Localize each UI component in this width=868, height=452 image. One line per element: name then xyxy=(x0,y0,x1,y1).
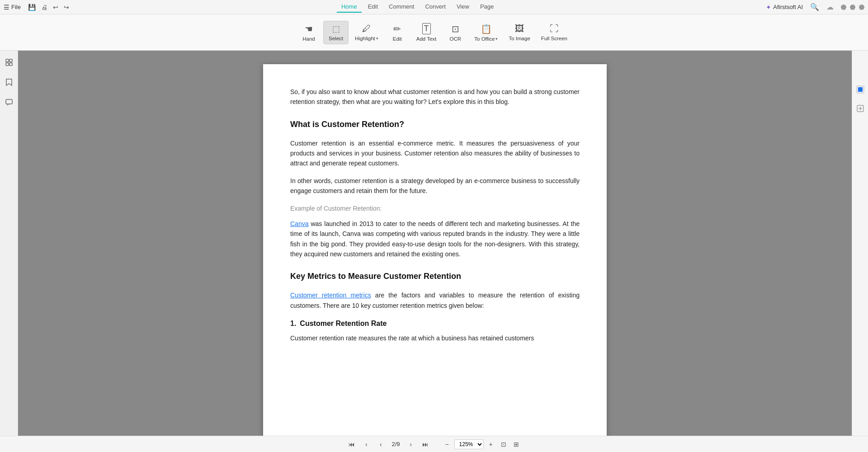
tab-edit[interactable]: Edit xyxy=(363,1,382,13)
tab-convert[interactable]: Convert xyxy=(420,1,450,13)
numbered-item-1-label: 1. xyxy=(290,318,296,330)
ocr-tool-button[interactable]: ⊡ OCR xyxy=(443,21,468,44)
search-icon[interactable]: 🔍 xyxy=(810,3,819,11)
first-page-button[interactable]: ⏮ xyxy=(346,439,357,450)
select-tool-button[interactable]: ⬚ Select xyxy=(323,21,349,44)
ocr-icon: ⊡ xyxy=(452,24,459,34)
ai-star-icon: ✦ xyxy=(766,4,771,11)
tab-home[interactable]: Home xyxy=(337,1,362,13)
right-panel-icon[interactable] xyxy=(854,103,866,116)
svg-rect-0 xyxy=(6,59,9,62)
titlebar-icons: 💾 🖨 ↩ ↪ xyxy=(28,4,69,11)
undo-icon[interactable]: ↩ xyxy=(53,4,58,11)
ai-brand-label: Afirstsoft AI xyxy=(773,4,803,10)
to-office-icon: 📋 xyxy=(481,24,492,34)
zoom-out-button[interactable]: − xyxy=(442,439,453,450)
add-text-icon: T xyxy=(422,23,431,34)
menu-button[interactable]: ☰ File xyxy=(4,4,21,11)
pdf-page: So, if you also want to know about what … xyxy=(263,64,607,436)
tab-page[interactable]: Page xyxy=(476,1,498,13)
to-office-dropdown-arrow: ▾ xyxy=(495,37,498,41)
content-area[interactable]: So, if you also want to know about what … xyxy=(18,51,852,436)
print-icon[interactable]: 🖨 xyxy=(41,4,47,11)
right-sidebar xyxy=(852,51,868,436)
canva-example-text: was launched in 2013 to cater to the nee… xyxy=(290,220,580,258)
add-text-label: Add Text xyxy=(416,36,437,42)
bookmark-panel-icon[interactable] xyxy=(3,76,15,89)
nav-tabs: Home Edit Comment Convert View Page xyxy=(337,1,498,13)
page-indicator: 2/9 xyxy=(392,441,400,447)
ai-brand: ✦ Afirstsoft AI xyxy=(766,4,803,11)
intro-paragraph: So, if you also want to know about what … xyxy=(290,87,580,107)
zoom-in-button[interactable]: + xyxy=(486,439,496,450)
section2-heading: Key Metrics to Measure Customer Retentio… xyxy=(290,270,580,283)
svg-rect-6 xyxy=(858,87,863,92)
edit-label: Edit xyxy=(393,36,402,42)
fit-width-button[interactable]: ⊞ xyxy=(511,439,522,450)
section3-paragraph: Customer retention rate measures the rat… xyxy=(290,333,580,343)
to-office-label: To Office xyxy=(474,36,495,42)
tab-comment[interactable]: Comment xyxy=(384,1,419,13)
edit-icon: ✏ xyxy=(393,24,401,34)
canva-link[interactable]: Canva xyxy=(290,220,308,227)
ocr-label: OCR xyxy=(450,36,462,42)
main-layout: So, if you also want to know about what … xyxy=(0,51,868,436)
cloud-icon[interactable]: ☁ xyxy=(826,3,834,11)
left-sidebar xyxy=(0,51,18,436)
right-sidebar-icon-top xyxy=(854,83,867,97)
zoom-control: − 50% 75% 100% 125% 150% 200% + ⊡ ⊞ xyxy=(442,439,522,450)
svg-rect-1 xyxy=(9,59,12,62)
numbered-item-1: 1. Customer Retention Rate xyxy=(290,318,580,330)
back-button[interactable]: ‹ xyxy=(375,439,386,450)
redo-icon[interactable]: ↪ xyxy=(64,4,69,11)
numbered-item-1-heading: Customer Retention Rate xyxy=(300,318,387,330)
prev-page-button[interactable]: ‹ xyxy=(361,439,372,450)
full-screen-tool-button[interactable]: ⛶ Full Screen xyxy=(537,21,572,44)
section2-paragraph: Customer retention metrics are the facto… xyxy=(290,290,580,311)
hand-icon: ☚ xyxy=(305,24,313,34)
highlight-icon: 🖊 xyxy=(362,24,371,34)
thumbnail-panel-icon[interactable] xyxy=(3,56,15,69)
maximize-btn[interactable] xyxy=(850,5,855,10)
to-image-tool-button[interactable]: 🖼 To Image xyxy=(504,21,534,44)
full-screen-icon: ⛶ xyxy=(550,24,559,34)
edit-tool-button[interactable]: ✏ Edit xyxy=(385,21,410,44)
window-controls xyxy=(841,5,864,10)
forward-button[interactable]: › xyxy=(406,439,416,450)
svg-rect-2 xyxy=(6,63,9,66)
canva-example-paragraph: Canva was launched in 2013 to cater to t… xyxy=(290,219,580,259)
section1-para2: In other words, customer retention is a … xyxy=(290,176,580,196)
app-file-label: File xyxy=(11,4,21,10)
crm-link[interactable]: Customer retention metrics xyxy=(290,292,371,299)
section1-heading: What is Customer Retention? xyxy=(290,118,580,131)
highlight-dropdown-arrow: ▾ xyxy=(376,36,378,41)
svg-rect-3 xyxy=(9,63,12,66)
to-office-tool-button[interactable]: 📋 To Office ▾ xyxy=(470,21,502,44)
toolbar: ☚ Hand ⬚ Select 🖊 Highlight ▾ ✏ Edit T A… xyxy=(0,14,868,51)
highlight-tool-button[interactable]: 🖊 Highlight ▾ xyxy=(350,21,383,44)
titlebar: ☰ File 💾 🖨 ↩ ↪ Home Edit Comment Convert… xyxy=(0,0,868,14)
zoom-select[interactable]: 50% 75% 100% 125% 150% 200% xyxy=(454,439,484,449)
select-icon: ⬚ xyxy=(332,24,340,34)
bottom-bar: ⏮ ‹ ‹ 2/9 › ⏭ − 50% 75% 100% 125% 150% 2… xyxy=(0,436,868,452)
add-text-tool-button[interactable]: T Add Text xyxy=(412,20,441,44)
save-icon[interactable]: 💾 xyxy=(28,4,36,11)
to-image-label: To Image xyxy=(509,36,530,41)
titlebar-right: ✦ Afirstsoft AI 🔍 ☁ xyxy=(766,3,864,11)
svg-rect-4 xyxy=(6,99,12,104)
last-page-button[interactable]: ⏭ xyxy=(420,439,431,450)
section1-subheading: Example of Customer Retention: xyxy=(290,203,580,213)
tab-view[interactable]: View xyxy=(452,1,474,13)
minimize-btn[interactable] xyxy=(841,5,846,10)
full-screen-label: Full Screen xyxy=(541,36,567,41)
hand-label: Hand xyxy=(302,36,315,42)
select-label: Select xyxy=(329,36,343,41)
fit-page-button[interactable]: ⊡ xyxy=(498,439,509,450)
comment-panel-icon[interactable] xyxy=(3,96,15,108)
section1-para1: Customer retention is an essential e-com… xyxy=(290,138,580,169)
close-btn[interactable] xyxy=(859,5,864,10)
hand-tool-button[interactable]: ☚ Hand xyxy=(296,21,321,44)
to-image-icon: 🖼 xyxy=(515,24,524,34)
highlight-label: Highlight xyxy=(355,36,375,41)
